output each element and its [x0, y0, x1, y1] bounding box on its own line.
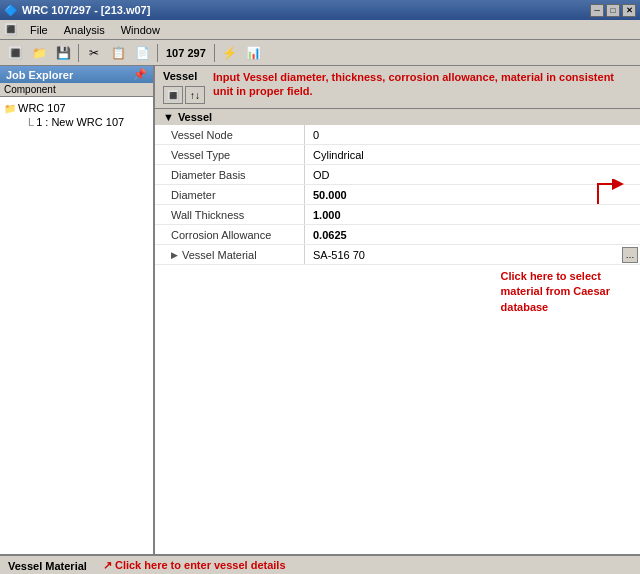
main-area: Job Explorer 📌 Component 📁 WRC 107 L 1 :…	[0, 66, 640, 554]
menu-bar: 🔳 File Analysis Window	[0, 20, 640, 40]
vessel-material-click-instruction: ↗ Click here to enter vessel details	[103, 559, 286, 572]
material-select-button[interactable]: …	[622, 247, 638, 263]
prop-label-wall-thickness: Wall Thickness	[155, 205, 305, 224]
properties-area: ▼ Vessel Vessel Node 0 Vessel Type Cylin…	[155, 109, 640, 554]
menu-file[interactable]: File	[26, 23, 52, 37]
vessel-toolbar-small: 🔳 ↑↓	[163, 86, 205, 104]
job-explorer-title: Job Explorer	[6, 69, 73, 81]
menu-icon: 🔳	[4, 23, 18, 36]
prop-value-vessel-node[interactable]: 0	[305, 125, 640, 144]
toolbar-btn-run[interactable]: ⚡	[219, 42, 241, 64]
prop-label-diameter-basis: Diameter Basis	[155, 165, 305, 184]
vessel-material-label: Vessel Material	[8, 560, 87, 572]
maximize-button[interactable]: □	[606, 4, 620, 17]
prop-value-vessel-type[interactable]: Cylindrical	[305, 145, 640, 164]
toolbar-sep-2	[157, 44, 158, 62]
tree-root-label: WRC 107	[18, 102, 66, 114]
table-row: Diameter Basis OD	[155, 165, 640, 185]
vessel-small-btn-2[interactable]: ↑↓	[185, 86, 205, 104]
right-panel: Vessel 🔳 ↑↓ Input Vessel diameter, thick…	[155, 66, 640, 554]
material-annotation-block: Click here to selectmaterial from Caesar…	[501, 269, 610, 315]
job-explorer-tree: 📁 WRC 107 L 1 : New WRC 107	[0, 97, 153, 554]
menu-window[interactable]: Window	[117, 23, 164, 37]
toolbar-sep-1	[78, 44, 79, 62]
vessel-instruction: Input Vessel diameter, thickness, corros…	[213, 70, 632, 99]
window-title: WRC 107/297 - [213.w07]	[22, 4, 150, 16]
toolbar-sep-3	[214, 44, 215, 62]
pin-icon[interactable]: 📌	[133, 68, 147, 81]
vessel-panel-title: Vessel	[163, 70, 205, 82]
prop-value-vessel-material[interactable]: SA-516 70	[305, 245, 640, 264]
prop-label-diameter: Diameter	[155, 185, 305, 204]
job-explorer: Job Explorer 📌 Component 📁 WRC 107 L 1 :…	[0, 66, 155, 554]
toolbar-btn-cut[interactable]: ✂	[83, 42, 105, 64]
prop-value-corrosion-allowance[interactable]: 0.0625	[305, 225, 640, 244]
minimize-button[interactable]: ─	[590, 4, 604, 17]
prop-label-corrosion-allowance: Corrosion Allowance	[155, 225, 305, 244]
expand-material-icon[interactable]: ▶	[171, 250, 178, 260]
material-annotation-text: Click here to selectmaterial from Caesar…	[501, 269, 610, 315]
table-row: Wall Thickness 1.000	[155, 205, 640, 225]
tree-connector: L	[28, 116, 34, 128]
tree-child-area: L 1 : New WRC 107	[20, 115, 149, 129]
title-bar-controls[interactable]: ─ □ ✕	[590, 4, 636, 17]
menu-analysis[interactable]: Analysis	[60, 23, 109, 37]
section-title: Vessel	[178, 111, 212, 123]
annotation-arrow-svg	[588, 179, 638, 209]
table-row-material: ▶ Vessel Material SA-516 70 …	[155, 245, 640, 265]
tree-root-item[interactable]: 📁 WRC 107	[4, 101, 149, 115]
toolbar-btn-1[interactable]: 🔳	[4, 42, 26, 64]
title-bar-left: 🔷 WRC 107/297 - [213.w07]	[4, 4, 150, 17]
toolbar-btn-paste[interactable]: 📄	[131, 42, 153, 64]
node-label: 107 297	[162, 47, 210, 59]
bottom-section: Vessel Material ↗ Click here to enter ve…	[0, 554, 640, 574]
prop-label-vessel-node: Vessel Node	[155, 125, 305, 144]
job-explorer-subheader: Component	[0, 83, 153, 97]
title-bar: 🔷 WRC 107/297 - [213.w07] ─ □ ✕	[0, 0, 640, 20]
toolbar-btn-3[interactable]: 💾	[52, 42, 74, 64]
table-row: Corrosion Allowance 0.0625	[155, 225, 640, 245]
vessel-small-btn-1[interactable]: 🔳	[163, 86, 183, 104]
toolbar-btn-copy[interactable]: 📋	[107, 42, 129, 64]
close-button[interactable]: ✕	[622, 4, 636, 17]
toolbar: 🔳 📁 💾 ✂ 📋 📄 107 297 ⚡ 📊	[0, 40, 640, 66]
table-row: Vessel Node 0	[155, 125, 640, 145]
vessel-material-bar: Vessel Material ↗ Click here to enter ve…	[0, 556, 640, 574]
prop-section-header: ▼ Vessel	[155, 109, 640, 125]
job-explorer-header: Job Explorer 📌	[0, 66, 153, 83]
prop-label-vessel-material: ▶ Vessel Material	[155, 245, 305, 264]
table-row: Vessel Type Cylindrical	[155, 145, 640, 165]
toolbar-btn-help[interactable]: 📊	[243, 42, 265, 64]
tree-root-icon: 📁	[4, 103, 16, 114]
vessel-header: Vessel 🔳 ↑↓ Input Vessel diameter, thick…	[155, 66, 640, 109]
tree-child-label: 1 : New WRC 107	[36, 116, 124, 128]
tree-child-item[interactable]: L 1 : New WRC 107	[20, 115, 149, 129]
vessel-header-row: Vessel 🔳 ↑↓ Input Vessel diameter, thick…	[163, 70, 632, 104]
section-expand-icon[interactable]: ▼	[163, 111, 174, 123]
table-row: Diameter 50.000	[155, 185, 640, 205]
app-icon: 🔷	[4, 4, 18, 17]
prop-label-vessel-type: Vessel Type	[155, 145, 305, 164]
toolbar-btn-2[interactable]: 📁	[28, 42, 50, 64]
